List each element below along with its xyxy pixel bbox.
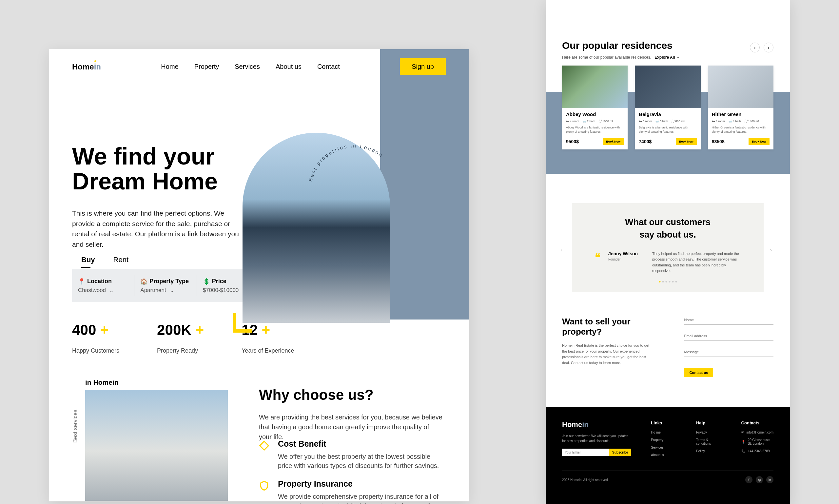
footer-link[interactable]: Services	[651, 446, 676, 449]
search-type-label: Property Type	[149, 278, 189, 285]
stat-label: Property Ready	[157, 347, 204, 354]
contact-us-button[interactable]: Contact us	[684, 368, 713, 377]
area-icon: ⛶	[599, 120, 601, 123]
email-field[interactable]: Email address	[684, 332, 774, 341]
footer-col-heading: Contacts	[741, 420, 773, 425]
plus-icon: +	[262, 322, 270, 338]
testi-person-role: Founder	[608, 257, 644, 261]
signup-button[interactable]: Sign up	[400, 58, 446, 75]
footer-link[interactable]: Terms & conditions	[696, 438, 722, 445]
footer-link[interactable]: About us	[651, 453, 676, 457]
footer-link[interactable]: Property	[651, 438, 676, 442]
stat-value: 400	[72, 322, 96, 338]
testi-prev-button[interactable]: ‹	[561, 247, 565, 252]
best-services-title: in Homein	[85, 378, 119, 386]
spec-room: 4 room	[716, 120, 725, 123]
listing-card[interactable]: Belgravia 🛏3 room 🛁3 bath ⛶800 m² Belgra…	[635, 66, 700, 149]
listing-price: 9500$	[566, 139, 579, 144]
area-icon: ⛶	[671, 120, 674, 123]
linkedin-icon[interactable]: in	[766, 476, 773, 483]
feature-desc: We provide comprehensive property insura…	[278, 492, 443, 504]
book-now-button[interactable]: Book Now	[676, 138, 697, 145]
spec-area: 1400 m²	[748, 120, 759, 123]
search-type[interactable]: 🏠Property Type Apartment⌄	[135, 275, 197, 296]
listing-desc: Hither Green is a fantastic residence wi…	[712, 126, 769, 134]
brand-logo[interactable]: Homein	[72, 62, 101, 71]
footer-link[interactable]: Privacy	[696, 431, 722, 434]
stat-value: 200K	[157, 322, 191, 338]
listing-card[interactable]: Hither Green 🛏4 room 🛁4 bath ⛶1400 m² Hi…	[708, 66, 773, 149]
dot-indicator[interactable]	[662, 281, 664, 283]
stat-property: 200K +Property Ready	[157, 322, 204, 354]
listing-image	[635, 66, 700, 108]
search-location-value: Chastwood	[78, 287, 106, 294]
prev-arrow-button[interactable]: ‹	[750, 42, 760, 52]
testi-person-name: Jenny Wilson	[608, 251, 644, 256]
brand-b: in	[582, 420, 589, 429]
nav-services[interactable]: Services	[235, 63, 260, 70]
nav-contact[interactable]: Contact	[317, 63, 340, 70]
sell-section: Want to sell your property? Homein Real …	[562, 317, 773, 377]
hero-subtitle: This is where you can find the perfect o…	[72, 208, 239, 249]
dot-indicator[interactable]	[675, 281, 677, 283]
nav-home[interactable]: Home	[161, 63, 178, 70]
testi-title-2: say about us.	[639, 230, 696, 239]
footer-link[interactable]: Policy	[696, 449, 722, 453]
dot-indicator[interactable]	[665, 281, 667, 283]
brand-b: in	[94, 62, 101, 71]
why-subtitle: We are providing the best services for y…	[259, 412, 443, 442]
stats-row: 400 +Happy Customers 200K +Property Read…	[72, 322, 294, 354]
header: Homein Home Property Services About us C…	[72, 58, 446, 75]
spec-room: 4 room	[570, 120, 579, 123]
footer-logo[interactable]: Homein	[562, 420, 631, 429]
testi-next-button[interactable]: ›	[770, 247, 775, 252]
contact-email: info@Homein.com	[747, 431, 773, 434]
search-location-label: Location	[87, 278, 112, 285]
footer-help-col: Help Privacy Terms & conditions Policy	[696, 420, 722, 461]
corner-mark-icon	[233, 313, 252, 332]
quote-icon: ❝	[595, 251, 601, 274]
tag-icon	[259, 440, 269, 451]
testimonial-section: What our customerssay about us. ❝ Jenny …	[572, 203, 764, 292]
footer: Homein Join our newsletter. We will send…	[546, 407, 790, 504]
listing-title: Abbey Wood	[566, 111, 624, 117]
dot-indicator[interactable]	[672, 281, 674, 283]
dot-indicator[interactable]	[668, 281, 670, 283]
chevron-down-icon: ⌄	[109, 287, 114, 294]
listing-desc: Belgravia is a fantastic residence with …	[639, 126, 696, 134]
next-arrow-button[interactable]: ›	[764, 42, 773, 52]
name-field[interactable]: Name	[684, 317, 774, 325]
testi-dots	[659, 281, 677, 283]
nav-property[interactable]: Property	[194, 63, 219, 70]
book-now-button[interactable]: Book Now	[603, 138, 624, 145]
message-field[interactable]: Message	[684, 349, 774, 357]
listing-title: Belgravia	[639, 111, 696, 117]
footer-contacts-col: Contacts ✉info@Homein.com 📍20 Glasshouse…	[741, 420, 773, 461]
hero-title: We find your Dream Home	[72, 144, 218, 194]
dot-indicator[interactable]	[659, 281, 660, 283]
footer-link[interactable]: Ho me	[651, 431, 676, 434]
instagram-icon[interactable]: ◎	[756, 476, 763, 483]
brand-a: Home	[72, 62, 94, 71]
subscribe-button[interactable]: Subscribe	[609, 449, 631, 456]
search-price-label: Price	[212, 278, 227, 285]
listing-card[interactable]: Abbey Wood 🛏4 room 🛁2 bath ⛶1000 m² Abbe…	[562, 66, 628, 149]
plus-icon: +	[100, 322, 109, 338]
search-location[interactable]: 📍Location Chastwood⌄	[72, 275, 135, 296]
stat-label: Happy Customers	[72, 347, 119, 354]
facebook-icon[interactable]: f	[745, 476, 752, 483]
dollar-icon: 💲	[203, 278, 210, 285]
phone-icon: 📞	[741, 449, 745, 453]
best-services-side-label: Best services	[72, 410, 79, 443]
pin-icon: 📍	[741, 440, 745, 444]
spec-bath: 2 bath	[587, 120, 595, 123]
footer-col-heading: Help	[696, 420, 722, 425]
listing-title: Hither Green	[712, 111, 769, 117]
book-now-button[interactable]: Book Now	[749, 138, 769, 145]
why-title: Why choose us?	[259, 387, 374, 403]
newsletter-email-input[interactable]	[562, 449, 609, 456]
explore-all-link[interactable]: Explore All →	[655, 55, 680, 60]
nav-about[interactable]: About us	[275, 63, 302, 70]
svg-text:Best properties in London: Best properties in London	[307, 143, 385, 182]
feature-desc: We offer you the best property at the lo…	[278, 452, 443, 470]
